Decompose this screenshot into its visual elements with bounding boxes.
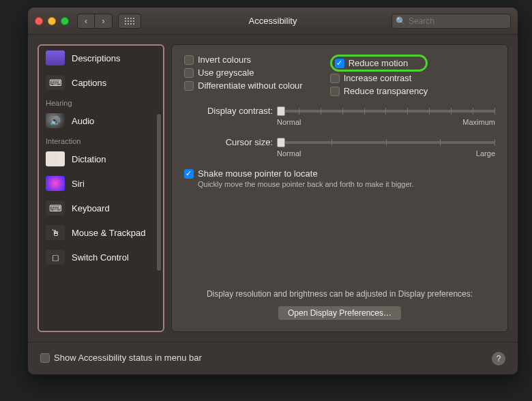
shake-pointer-section: Shake mouse pointer to locate Quickly mo… — [184, 168, 495, 188]
use-greyscale-checkbox[interactable]: Use greyscale — [184, 68, 303, 78]
microphone-icon: 🎙 — [46, 151, 65, 166]
descriptions-icon — [46, 50, 65, 65]
back-button[interactable]: ‹ — [77, 14, 95, 29]
show-all-button[interactable] — [118, 14, 141, 29]
check-label: Increase contrast — [344, 73, 412, 83]
check-col-right: Reduce motion Increase contrast Reduce t… — [330, 55, 428, 98]
settings-panel: Invert colours Use greyscale Differentia… — [171, 44, 508, 332]
check-label: Shake mouse pointer to locate — [198, 168, 318, 179]
zoom-icon[interactable] — [61, 17, 69, 25]
reduce-motion-highlight: Reduce motion — [330, 55, 428, 72]
forward-button[interactable]: › — [95, 14, 113, 29]
sidebar-item-label: Dictation — [72, 154, 106, 164]
window-body: Descriptions ⌨ Captions Hearing 🔊 Audio … — [28, 35, 518, 342]
traffic-lights — [35, 17, 69, 25]
slider-min-label: Normal — [277, 118, 301, 126]
check-label: Show Accessibility status in menu bar — [54, 353, 202, 363]
sidebar-category-hearing: Hearing — [39, 95, 163, 108]
sidebar-item-label: Audio — [72, 116, 94, 126]
display-contrast-section: Display contrast: Normal Maximum — [184, 106, 495, 129]
check-label: Invert colours — [198, 55, 251, 65]
differentiate-colour-input[interactable] — [184, 81, 194, 91]
mouse-icon: 🖱 — [46, 225, 65, 240]
sidebar-item-label: Siri — [72, 179, 85, 189]
sidebar-scrollbar[interactable] — [157, 114, 161, 271]
sidebar-item-descriptions[interactable]: Descriptions — [39, 46, 163, 70]
check-label: Reduce motion — [349, 58, 408, 68]
slider-max-label: Large — [476, 149, 495, 158]
cursor-size-slider[interactable]: Normal Large — [277, 137, 495, 160]
shake-pointer-hint: Quickly move the mouse pointer back and … — [198, 180, 495, 188]
sidebar-item-dictation[interactable]: 🎙 Dictation — [39, 147, 163, 171]
sidebar-item-label: Captions — [72, 78, 106, 88]
accessibility-window: ‹ › Accessibility 🔍 Descriptions ⌨ — [27, 7, 518, 375]
search-icon: 🔍 — [396, 16, 406, 26]
slider-knob[interactable] — [277, 138, 285, 147]
sidebar-item-label: Descriptions — [72, 53, 121, 63]
check-label: Reduce transparency — [344, 86, 428, 96]
help-button[interactable]: ? — [492, 352, 505, 366]
chevron-right-icon: › — [102, 16, 105, 26]
cursor-size-label: Cursor size: — [184, 137, 273, 147]
sidebar-item-switch-control[interactable]: ◻ Switch Control — [39, 245, 163, 269]
slider-knob[interactable] — [277, 106, 285, 116]
captions-icon: ⌨ — [46, 75, 65, 90]
minimize-icon[interactable] — [48, 17, 56, 25]
sidebar-item-label: Keyboard — [72, 203, 110, 213]
reduce-transparency-checkbox[interactable]: Reduce transparency — [330, 86, 428, 96]
check-col-left: Invert colours Use greyscale Differentia… — [184, 55, 303, 98]
siri-icon — [46, 176, 65, 191]
resolution-note: Display resolution and brightness can be… — [172, 289, 507, 299]
sidebar-item-label: Switch Control — [72, 252, 129, 263]
open-display-preferences-button[interactable]: Open Display Preferences… — [278, 306, 402, 321]
slider-min-label: Normal — [277, 149, 301, 158]
differentiate-colour-checkbox[interactable]: Differentiate without colour — [184, 80, 303, 91]
speaker-icon: 🔊 — [46, 113, 65, 128]
sidebar-item-mouse-trackpad[interactable]: 🖱 Mouse & Trackpad — [39, 220, 163, 245]
help-icon: ? — [497, 354, 501, 363]
sidebar-item-siri[interactable]: Siri — [39, 171, 163, 196]
search-input[interactable] — [391, 14, 511, 29]
reduce-motion-checkbox[interactable]: Reduce motion — [335, 58, 408, 68]
invert-colours-checkbox[interactable]: Invert colours — [184, 55, 303, 65]
sidebar-category-interaction: Interaction — [39, 133, 163, 147]
switch-control-icon: ◻ — [46, 250, 65, 265]
chevron-left-icon: ‹ — [85, 16, 87, 26]
show-status-menubar-input[interactable] — [40, 353, 50, 363]
reduce-transparency-input[interactable] — [330, 87, 340, 96]
sidebar-item-captions[interactable]: ⌨ Captions — [39, 70, 163, 95]
keyboard-icon: ⌨ — [46, 200, 65, 216]
shake-pointer-input[interactable] — [184, 169, 194, 179]
cursor-size-section: Cursor size: Normal Large — [184, 137, 495, 160]
invert-colours-input[interactable] — [184, 55, 194, 65]
reduce-motion-input[interactable] — [335, 59, 344, 68]
sidebar: Descriptions ⌨ Captions Hearing 🔊 Audio … — [38, 44, 164, 332]
sidebar-item-keyboard[interactable]: ⌨ Keyboard — [39, 196, 163, 220]
display-contrast-label: Display contrast: — [184, 106, 273, 116]
search-box: 🔍 — [391, 14, 511, 29]
sidebar-item-audio[interactable]: 🔊 Audio — [39, 108, 163, 133]
increase-contrast-input[interactable] — [330, 74, 340, 83]
display-contrast-slider[interactable]: Normal Maximum — [277, 106, 495, 129]
increase-contrast-checkbox[interactable]: Increase contrast — [330, 73, 428, 83]
use-greyscale-input[interactable] — [184, 68, 194, 78]
window-footer: Show Accessibility status in menu bar ? — [28, 342, 518, 374]
grid-icon — [125, 18, 134, 25]
slider-max-label: Maximum — [462, 118, 495, 126]
sidebar-item-label: Mouse & Trackpad — [72, 228, 145, 238]
show-status-menubar-checkbox[interactable]: Show Accessibility status in menu bar — [40, 353, 202, 363]
display-checks: Invert colours Use greyscale Differentia… — [184, 55, 495, 98]
close-icon[interactable] — [35, 17, 43, 25]
check-label: Use greyscale — [198, 68, 254, 78]
titlebar: ‹ › Accessibility 🔍 — [28, 8, 518, 35]
shake-pointer-checkbox[interactable]: Shake mouse pointer to locate — [184, 168, 495, 179]
check-label: Differentiate without colour — [198, 80, 303, 91]
